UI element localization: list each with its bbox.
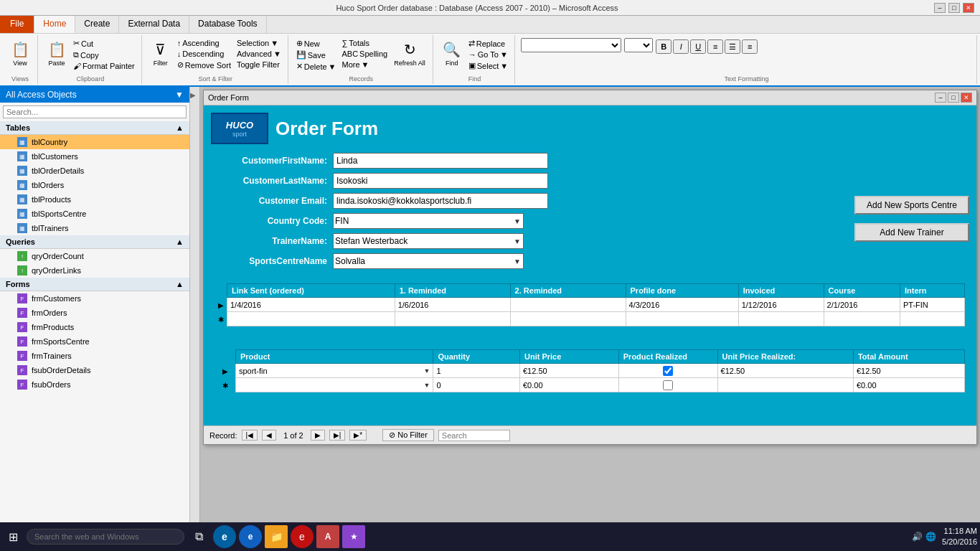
remove-sort-button[interactable]: ⊘ Remove Sort (175, 60, 233, 70)
cell-product-1[interactable]: sport-fin ▼ (235, 364, 433, 378)
cell-profile-done-1[interactable]: 4/3/2016 (626, 298, 738, 312)
go-to-button[interactable]: → Go To ▼ (466, 50, 510, 60)
cell-product-2[interactable]: ▼ (235, 378, 433, 392)
nav-item-frmtrainers[interactable]: F frmTrainers (0, 349, 189, 363)
cell-course-1[interactable]: 2/1/2016 (824, 298, 900, 312)
taskbar-icon-ie[interactable]: e (239, 525, 262, 548)
nav-collapse-icon[interactable]: ▼ (175, 90, 184, 100)
cell-invoiced-1[interactable]: 1/12/2016 (738, 298, 824, 312)
cell-profile-done-new[interactable] (626, 312, 738, 326)
nav-item-tblcountry[interactable]: ▦ tblCountry (0, 135, 189, 149)
nav-item-qryordercount[interactable]: ! qryOrderCount (0, 249, 189, 263)
refresh-all-button[interactable]: ↻ Refresh All (391, 38, 428, 68)
minimize-button[interactable]: – (934, 3, 946, 13)
form-minimize-button[interactable]: – (935, 93, 946, 103)
view-button[interactable]: 📋 View (7, 38, 33, 68)
form-close-button[interactable]: ✕ (961, 93, 972, 103)
nav-item-fsuborders[interactable]: F fsubOrders (0, 377, 189, 392)
cell-link-sent-new[interactable] (227, 312, 395, 326)
copy-button[interactable]: ⧉ Copy (71, 50, 137, 60)
taskbar-icon-ie2[interactable]: e (291, 525, 314, 548)
queries-section-arrow[interactable]: ▲ (176, 237, 184, 246)
delete-button[interactable]: ✕ Delete ▼ (294, 61, 339, 72)
cell-link-sent-1[interactable]: 1/4/2016 (227, 298, 395, 312)
tab-create[interactable]: Create (75, 16, 119, 33)
product-realized-checkbox-1[interactable] (663, 366, 673, 376)
cell-1-reminded-1[interactable]: 1/6/2016 (395, 298, 510, 312)
italic-button[interactable]: I (673, 39, 689, 54)
cell-quantity-2[interactable]: 0 (433, 378, 520, 392)
customer-first-name-input[interactable] (333, 153, 548, 169)
nav-item-tblorders[interactable]: ▦ tblOrders (0, 178, 189, 192)
nav-search-input[interactable] (3, 105, 187, 118)
nav-item-frmorders[interactable]: F frmOrders (0, 306, 189, 320)
selection-button[interactable]: Selection ▼ (235, 38, 283, 48)
record-prev-button[interactable]: ◀ (262, 430, 276, 441)
save-button[interactable]: 💾 Save (294, 50, 339, 60)
cell-quantity-1[interactable]: 1 (433, 364, 520, 378)
start-button[interactable]: ⊞ (3, 527, 24, 547)
cell-intern-new[interactable] (900, 312, 964, 326)
nav-item-tblorderdetails[interactable]: ▦ tblOrderDetails (0, 164, 189, 178)
more-button[interactable]: More ▼ (339, 60, 390, 70)
tab-file[interactable]: File (0, 16, 34, 33)
cell-product-realized-2[interactable] (618, 378, 717, 392)
product-realized-checkbox-2[interactable] (663, 380, 673, 390)
font-family-select[interactable] (521, 38, 621, 52)
nav-item-frmproducts[interactable]: F frmProducts (0, 320, 189, 334)
find-button[interactable]: 🔍 Find (439, 38, 465, 68)
taskbar-icon-extra[interactable]: ★ (342, 525, 365, 548)
tables-section-arrow[interactable]: ▲ (176, 123, 184, 132)
format-painter-button[interactable]: 🖌 Format Painter (71, 61, 137, 71)
taskbar-icon-edge[interactable]: e (213, 525, 236, 548)
taskbar-icon-explorer[interactable]: 📁 (265, 525, 288, 548)
nav-item-tblcustomers[interactable]: ▦ tblCustomers (0, 149, 189, 164)
country-code-select[interactable]: FIN (333, 213, 524, 229)
add-trainer-button[interactable]: Add New Trainer (854, 223, 969, 242)
add-sports-centre-button[interactable]: Add New Sports Centre (854, 196, 969, 215)
ascending-button[interactable]: ↑ Ascending (175, 38, 233, 48)
totals-button[interactable]: ∑ Totals (339, 38, 390, 48)
cell-total-1[interactable]: €12.50 (853, 364, 964, 378)
nav-item-frmcustomers[interactable]: F frmCustomers (0, 291, 189, 306)
filter-button[interactable]: ⊽ Filter (148, 38, 174, 68)
record-next-button[interactable]: ▶ (311, 430, 325, 441)
tab-external-data[interactable]: External Data (119, 16, 189, 33)
toggle-filter-button[interactable]: Toggle Filter (235, 60, 283, 70)
product-dropdown-arrow-1[interactable]: ▼ (424, 367, 430, 375)
cell-course-new[interactable] (824, 312, 900, 326)
align-center-button[interactable]: ☰ (725, 39, 740, 54)
maximize-button[interactable]: □ (948, 3, 960, 13)
underline-button[interactable]: U (690, 39, 706, 54)
record-first-button[interactable]: |◀ (242, 430, 258, 441)
nav-item-qryorderlinks[interactable]: ! qryOrderLinks (0, 263, 189, 278)
paste-button[interactable]: 📋 Paste (44, 38, 70, 68)
record-search-input[interactable] (438, 430, 510, 441)
customer-last-name-input[interactable] (333, 173, 548, 189)
align-right-button[interactable]: ≡ (742, 39, 758, 54)
no-filter-button[interactable]: ⊘ No Filter (382, 429, 434, 441)
nav-pane-resize[interactable]: ▶ (190, 87, 200, 539)
customer-email-input[interactable] (333, 193, 548, 209)
cell-intern-1[interactable]: PT-FIN (900, 298, 964, 312)
cell-unit-price-realized-2[interactable] (717, 378, 853, 392)
tab-database-tools[interactable]: Database Tools (189, 16, 267, 33)
row-selector-1[interactable]: ▶ (215, 298, 227, 312)
taskbar-search-input[interactable] (27, 529, 184, 545)
trainer-name-select[interactable]: Stefan Westerback (333, 233, 524, 249)
new-button[interactable]: ⊕ New (294, 38, 339, 49)
sports-centre-select[interactable]: Solvalla (333, 253, 524, 269)
spelling-button[interactable]: ABC Spelling (339, 49, 390, 59)
nav-item-tbltrainers[interactable]: ▦ tblTrainers (0, 221, 189, 235)
nav-item-frmsportscentre[interactable]: F frmSportsCentre (0, 334, 189, 349)
forms-section-arrow[interactable]: ▲ (176, 280, 184, 288)
cell-unit-price-2[interactable]: €0.00 (520, 378, 619, 392)
descending-button[interactable]: ↓ Descending (175, 49, 233, 59)
cell-2-reminded-new[interactable] (510, 312, 626, 326)
tab-home[interactable]: Home (34, 16, 75, 33)
advanced-button[interactable]: Advanced ▼ (235, 49, 283, 59)
product-dropdown-arrow-2[interactable]: ▼ (424, 382, 430, 389)
cut-button[interactable]: ✂ Cut (71, 38, 137, 49)
cell-unit-price-1[interactable]: €12.50 (520, 364, 619, 378)
close-button[interactable]: ✕ (963, 3, 974, 13)
